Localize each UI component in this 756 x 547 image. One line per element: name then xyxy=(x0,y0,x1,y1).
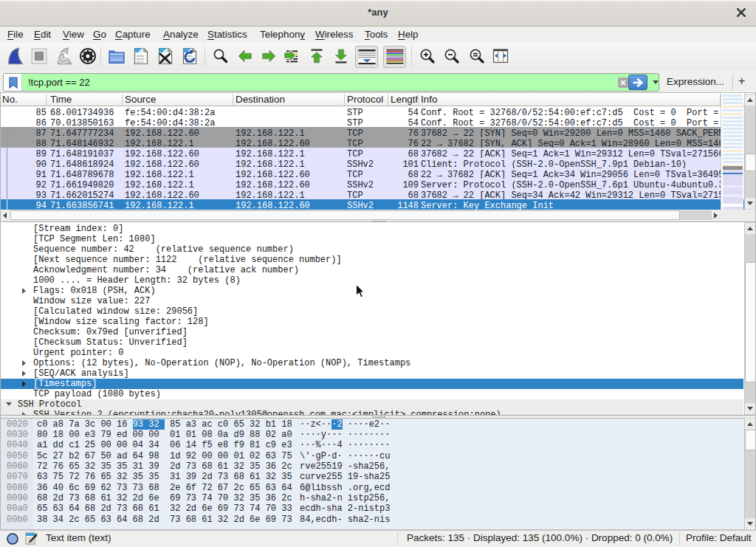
svg-text:0111: 0111 xyxy=(137,61,145,63)
